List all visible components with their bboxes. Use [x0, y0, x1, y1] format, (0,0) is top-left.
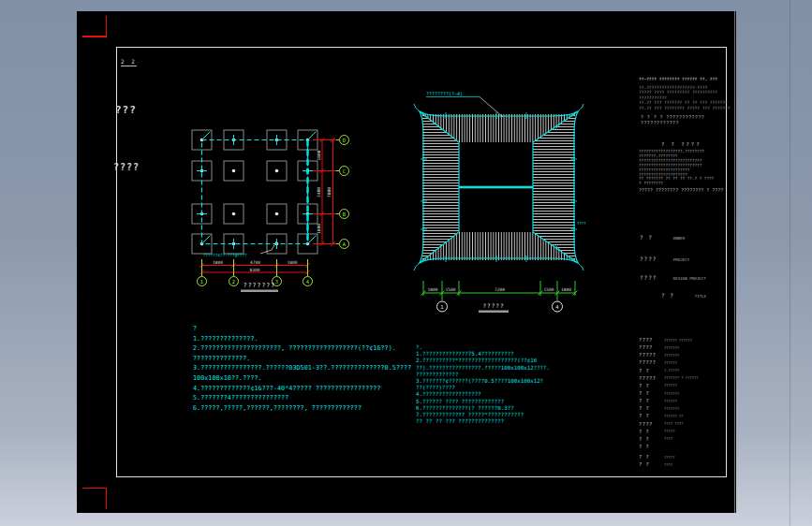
note-line: ? — [193, 324, 418, 334]
titleblock-design-row: ???? DESIGN PROJECT — [640, 266, 706, 284]
titleblock-signature-list: ?????????? ?????? ??????????? ??????????… — [639, 336, 736, 468]
titleblock-row: ? ?????? — [639, 428, 736, 435]
dim-label: 1500 — [446, 287, 456, 292]
roof-side-note: ???? — [577, 221, 586, 226]
footing-center-dots — [200, 139, 310, 246]
note-line: 3.????????????????.??????03D501-3??.????… — [193, 363, 418, 373]
dim-label: 1500 — [544, 287, 554, 292]
row-label: ? ? — [639, 383, 664, 388]
foundation-axis-letters: D C B A — [343, 138, 347, 247]
title-label: ? ? — [661, 292, 686, 299]
axis-bubble-label: B — [343, 212, 347, 217]
row-label: ? ? — [639, 398, 664, 403]
titleblock-row: ???????? ???? — [639, 420, 736, 428]
row-value: ?????? ?? — [664, 414, 684, 418]
owner-value: OWNER — [673, 236, 686, 241]
titleblock-notes: ??????????????????,???????? ???????,????… — [639, 150, 742, 186]
axis-bubble-label: 1 — [440, 304, 443, 310]
roof-title-underline — [479, 311, 509, 314]
row-value: ???? ???? — [664, 421, 684, 426]
foundation-leader-label: ??????¢??-???@???? — [203, 253, 247, 257]
margin-text-upper: ??? — [115, 104, 137, 116]
row-value: ??????? — [664, 391, 679, 396]
foundation-plan: 1800 3400 1800 7000 D C B A — [183, 115, 356, 300]
note-line: 5.???????4??????????????? — [193, 393, 418, 403]
titleblock-row: ? ?????? — [639, 453, 736, 460]
foundation-footings — [192, 130, 317, 254]
note-line: ?. — [416, 344, 603, 351]
titleblock-title-row: ? ? TITLE — [661, 284, 706, 301]
row-label: ? ? — [639, 444, 664, 449]
sheet-label: 2 2 — [121, 58, 137, 66]
row-value: ?????? ?????? — [664, 338, 692, 343]
axis-bubble-label: 2 — [232, 279, 235, 285]
row-label: ? ? — [639, 461, 664, 467]
dim-label: 1800 — [561, 287, 571, 292]
registration-mark-bottom-left-h — [82, 488, 107, 489]
axis-bubble-label: 4 — [306, 279, 310, 285]
note-line: 7.????????????? ?????*??????????? — [416, 412, 603, 418]
foundation-title-underline — [241, 290, 278, 293]
design-label: ???? — [640, 274, 664, 281]
row-value: ???? — [664, 436, 672, 441]
note-line: 6.?????,?????,??????,????????, ?????????… — [193, 403, 418, 414]
titleblock-row: ??????????? — [639, 358, 736, 366]
dim-label: 3400 — [317, 187, 321, 197]
roof-title: ????? — [482, 302, 504, 309]
titleblock-row: ???????????? — [639, 351, 736, 358]
row-label: ? ? — [639, 413, 664, 418]
axis-bubble-label: A — [343, 241, 347, 247]
viewer-divider-line — [790, 0, 790, 526]
dim-label: 1800 — [288, 260, 298, 265]
title-value: TITLE — [695, 294, 707, 299]
row-value: ?.????? — [664, 368, 679, 373]
titleblock-header: ??-???? ???????? ?????? ??. ??? ??.?????… — [639, 77, 744, 111]
titleblock-row: ? ??????? — [639, 397, 736, 404]
dim-label: 1800 — [213, 260, 223, 265]
row-value: ?????? — [664, 399, 677, 403]
dim-label: 4700 — [250, 260, 260, 265]
foundation-axis-bubbles-right — [336, 136, 349, 249]
axis-bubble-label: C — [343, 168, 346, 174]
note-line: 4.?????????????????? — [416, 391, 603, 398]
titleblock-row: ?????????? ?????? — [639, 336, 736, 343]
dim-label-total: 8300 — [250, 268, 260, 272]
row-label: ? ? — [639, 368, 664, 373]
project-label: ???? — [640, 256, 664, 262]
titleblock-row: ? ????? — [639, 435, 736, 443]
dim-label: 1800 — [317, 224, 321, 234]
row-label: ? ? — [639, 454, 664, 460]
registration-mark-top-left-h — [82, 36, 107, 37]
note-line: 100x100x10??.????. — [193, 373, 418, 384]
row-label: ? ? — [639, 390, 664, 396]
titleblock-caps-line: ? ? ? ? ???????????? ???????????? — [641, 114, 736, 125]
project-value: PROJECT — [673, 257, 690, 262]
titleblock-row: ??????????? — [639, 343, 736, 351]
design-value: DESIGN PROJECT — [673, 276, 706, 281]
row-value: ????? — [664, 455, 674, 460]
dim-label-total: 7000 — [327, 187, 332, 197]
row-label: ? ? — [639, 405, 664, 411]
note-line: ????????????? — [416, 372, 603, 378]
titleblock-schedule-line: ????? ???????? ???????? ? ???? — [639, 187, 723, 193]
note-line: 2.?????????????????????, ???????????????… — [193, 343, 418, 354]
general-notes-right: ?. 1.??????????????75.4?????????? 2.????… — [416, 344, 603, 425]
titleblock-row: ? ????? — [639, 460, 736, 468]
note-line: ??(????)???? — [416, 385, 603, 391]
note-line: ??????????????. — [193, 354, 418, 364]
row-label: ? ? — [639, 429, 664, 434]
titleblock-note-line: ? ???????? — [639, 182, 742, 186]
row-value: ???? — [664, 462, 672, 467]
titleblock-row: ? ??????? — [639, 382, 736, 389]
roof-leader-line — [480, 97, 503, 118]
titleblock-row: ? ? — [639, 443, 736, 450]
note-line: 3.???????¢??????(????0.5????100x100x12? — [416, 378, 603, 385]
note-line: ??).????????????????.?????100x100x12????… — [416, 365, 603, 372]
foundation-dim-bottom-labels: 1800 4700 1800 8300 — [213, 260, 298, 272]
note-line: 1.??????????????75.4?????????? — [416, 351, 603, 358]
titleblock-row: ? ???????? — [639, 404, 736, 412]
drawing-canvas: 2 2 ??? ???? — [77, 11, 736, 513]
general-notes-left: ? 1.??????????????. 2.??????????????????… — [193, 324, 418, 413]
titleblock-row: ? ??????? ?? — [639, 412, 736, 419]
row-value: ????? — [664, 429, 674, 433]
